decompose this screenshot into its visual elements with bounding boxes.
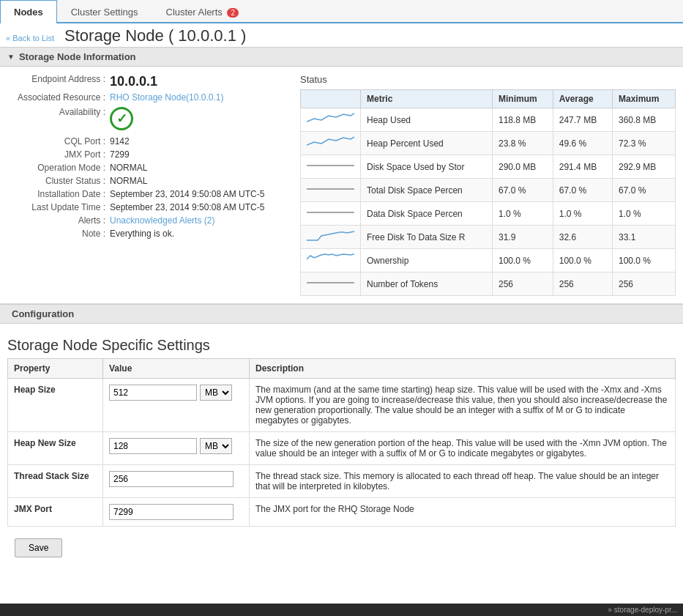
min-cell: 290.0 MB xyxy=(493,155,553,179)
col-maximum: Maximum xyxy=(613,90,676,108)
max-cell: 67.0 % xyxy=(613,179,676,202)
property-label: Heap Size xyxy=(8,379,103,432)
storage-node-info-header: ▼ Storage Node Information xyxy=(0,47,683,67)
avg-cell: 67.0 % xyxy=(553,179,612,202)
info-panel: Endpoint Address : 10.0.0.1 Associated R… xyxy=(0,67,683,304)
max-cell: 360.8 MB xyxy=(613,108,676,132)
col-metric: Metric xyxy=(361,90,493,108)
max-cell: 33.1 xyxy=(613,226,676,249)
avg-cell: 100.0 % xyxy=(553,249,612,272)
alerts-badge: 2 xyxy=(227,8,239,18)
endpoint-row: Endpoint Address : 10.0.0.1 xyxy=(7,74,285,89)
max-cell: 292.9 MB xyxy=(613,155,676,179)
metric-cell: Ownership xyxy=(361,249,493,272)
heap-new-size-input[interactable] xyxy=(109,438,197,454)
mini-chart-icon xyxy=(307,135,354,149)
metric-cell: Heap Used xyxy=(361,108,493,132)
chart-cell xyxy=(301,249,361,272)
status-row: Free Disk To Data Size R 31.9 32.6 33.1 xyxy=(301,226,676,249)
thread-stack-input[interactable] xyxy=(109,471,234,487)
chart-cell xyxy=(301,155,361,179)
avg-cell: 1.0 % xyxy=(553,202,612,226)
unit-select-1[interactable]: MBGB xyxy=(200,438,232,454)
max-cell: 100.0 % xyxy=(613,249,676,272)
avg-cell: 256 xyxy=(553,272,612,296)
update-row: Last Update Time : September 23, 2014 9:… xyxy=(7,202,285,212)
mini-chart-icon xyxy=(307,158,354,173)
jmx-port-input[interactable] xyxy=(109,504,234,520)
status-row: Total Disk Space Percen 67.0 % 67.0 % 67… xyxy=(301,179,676,202)
tab-cluster-settings[interactable]: Cluster Settings xyxy=(57,0,152,23)
chart-cell xyxy=(301,132,361,155)
min-cell: 23.8 % xyxy=(493,132,553,155)
avg-cell: 291.4 MB xyxy=(553,155,612,179)
config-col-description: Description xyxy=(250,359,676,379)
note-row: Note : Everything is ok. xyxy=(7,229,285,239)
chart-cell xyxy=(301,179,361,202)
tab-cluster-alerts[interactable]: Cluster Alerts 2 xyxy=(152,0,253,23)
max-cell: 1.0 % xyxy=(613,202,676,226)
config-table: Property Value Description Heap Size MBG… xyxy=(7,358,676,527)
chart-cell xyxy=(301,272,361,296)
description-cell: The thread stack size. This memory is al… xyxy=(250,465,676,498)
avg-cell: 49.6 % xyxy=(553,132,612,155)
max-cell: 72.3 % xyxy=(613,132,676,155)
chart-cell xyxy=(301,226,361,249)
metric-cell: Disk Space Used by Stor xyxy=(361,155,493,179)
tab-nodes[interactable]: Nodes xyxy=(0,0,57,23)
heap-size-input[interactable] xyxy=(109,385,197,401)
description-cell: The maximum (and at the same time starti… xyxy=(250,379,676,432)
metric-cell: Data Disk Space Percen xyxy=(361,202,493,226)
description-cell: The JMX port for the RHQ Storage Node xyxy=(250,498,676,527)
description-cell: The size of the new generation portion o… xyxy=(250,432,676,465)
status-title: Status xyxy=(300,74,676,85)
install-row: Installation Date : September 23, 2014 9… xyxy=(7,189,285,199)
node-details-left: Endpoint Address : 10.0.0.1 Associated R… xyxy=(0,74,293,296)
config-row: JMX Port The JMX port for the RHQ Storag… xyxy=(8,498,676,527)
unit-select-0[interactable]: MBGB xyxy=(200,385,232,401)
config-col-value: Value xyxy=(103,359,250,379)
status-panel: Status Metric Minimum Average Maximum He… xyxy=(293,74,683,296)
chart-cell xyxy=(301,108,361,132)
status-row: Heap Used 118.8 MB 247.7 MB 360.8 MB xyxy=(301,108,676,132)
op-mode-row: Operation Mode : NORMAL xyxy=(7,163,285,173)
associated-resource-link[interactable]: RHO Storage Node(10.0.0.1) xyxy=(110,92,223,103)
status-row: Ownership 100.0 % 100.0 % 100.0 % xyxy=(301,249,676,272)
alerts-row: Alerts : Unacknowledged Alerts (2) xyxy=(7,215,285,226)
alerts-link[interactable]: Unacknowledged Alerts (2) xyxy=(110,215,214,226)
col-minimum: Minimum xyxy=(493,90,553,108)
property-label: Thread Stack Size xyxy=(8,465,103,498)
property-label: JMX Port xyxy=(8,498,103,527)
config-section: Storage Node Specific Settings Property … xyxy=(0,324,683,566)
chart-cell xyxy=(301,202,361,226)
status-row: Heap Percent Used 23.8 % 49.6 % 72.3 % xyxy=(301,132,676,155)
back-to-list-link[interactable]: Back to List xyxy=(3,31,59,42)
jmx-row: JMX Port : 7299 xyxy=(7,149,285,160)
status-table: Metric Minimum Average Maximum Heap Used… xyxy=(300,89,676,296)
config-row: Heap Size MBGB The maximum (and at the s… xyxy=(8,379,676,432)
metric-cell: Total Disk Space Percen xyxy=(361,179,493,202)
value-cell xyxy=(103,498,250,527)
cluster-status-row: Cluster Status : NORMAL xyxy=(7,176,285,186)
min-cell: 100.0 % xyxy=(493,249,553,272)
status-row: Data Disk Space Percen 1.0 % 1.0 % 1.0 % xyxy=(301,202,676,226)
status-row: Disk Space Used by Stor 290.0 MB 291.4 M… xyxy=(301,155,676,179)
col-average: Average xyxy=(553,90,612,108)
top-nav: Nodes Cluster Settings Cluster Alerts 2 xyxy=(0,0,683,23)
chevron-down-icon: ▼ xyxy=(7,53,15,61)
associated-row: Associated Resource : RHO Storage Node(1… xyxy=(7,92,285,103)
value-cell: MBGB xyxy=(103,379,250,432)
metric-cell: Free Disk To Data Size R xyxy=(361,226,493,249)
mini-chart-icon xyxy=(307,205,354,220)
save-button[interactable]: Save xyxy=(15,538,62,557)
mini-chart-icon xyxy=(307,111,354,126)
config-title: Storage Node Specific Settings xyxy=(7,337,676,354)
min-cell: 118.8 MB xyxy=(493,108,553,132)
min-cell: 1.0 % xyxy=(493,202,553,226)
avg-cell: 247.7 MB xyxy=(553,108,612,132)
mini-chart-icon xyxy=(307,229,354,243)
min-cell: 67.0 % xyxy=(493,179,553,202)
availability-check-icon: ✓ xyxy=(110,107,133,130)
config-col-property: Property xyxy=(8,359,103,379)
configuration-header: Configuration xyxy=(0,304,683,324)
